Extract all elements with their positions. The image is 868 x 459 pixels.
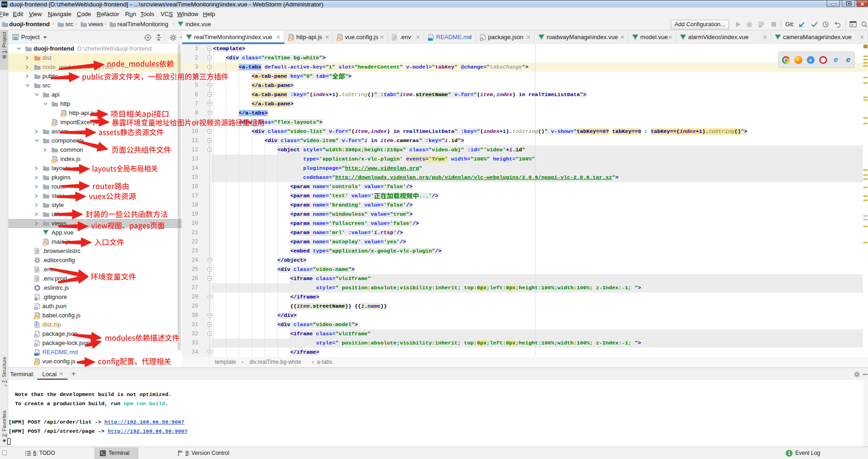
svg-text:JS: JS: [34, 316, 38, 319]
svg-text:JS: JS: [337, 38, 340, 41]
svg-text:{}: {}: [34, 307, 38, 310]
svg-text:JS: JS: [61, 114, 64, 117]
svg-text:JS: JS: [288, 38, 292, 41]
svg-text:MD: MD: [428, 38, 432, 41]
svg-text:{}: {}: [34, 344, 38, 347]
svg-text:{}: {}: [480, 38, 483, 41]
svg-text:JS: JS: [34, 362, 38, 365]
svg-text:MD: MD: [34, 353, 39, 356]
svg-text:JS: JS: [43, 243, 46, 246]
svg-text:JS: JS: [52, 160, 55, 163]
svg-text:{}: {}: [34, 335, 38, 338]
svg-text:JS: JS: [52, 123, 55, 126]
